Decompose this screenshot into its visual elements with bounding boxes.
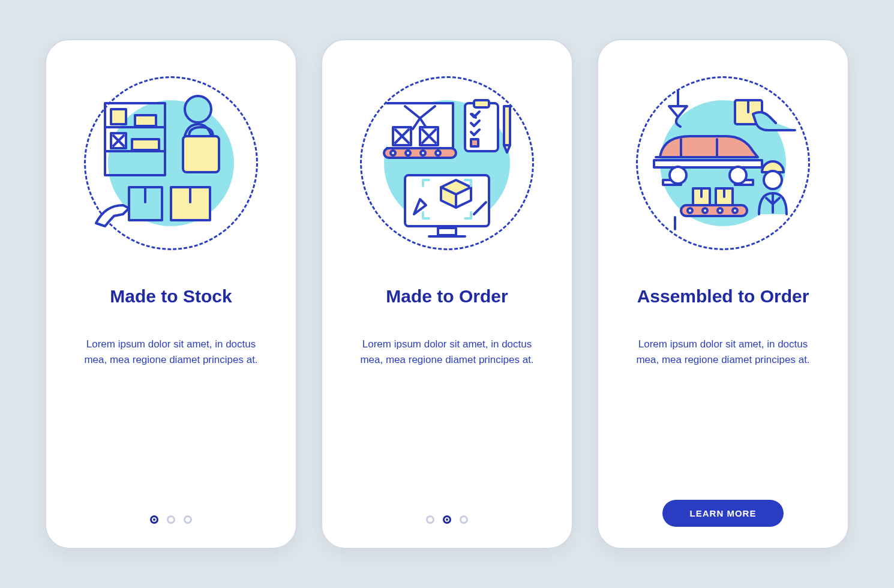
factory-computer-icon — [360, 76, 534, 250]
svg-rect-30 — [471, 139, 478, 146]
card-description: Lorem ipsum dolor sit amet, in doctus me… — [351, 337, 543, 368]
svg-point-22 — [391, 151, 395, 155]
svg-rect-3 — [111, 109, 126, 124]
onboarding-card-2: Made to Order Lorem ipsum dolor sit amet… — [321, 39, 573, 549]
card-title: Made to Order — [386, 286, 508, 307]
stock-shelf-icon — [84, 76, 258, 250]
svg-point-47 — [764, 171, 782, 189]
svg-rect-10 — [183, 136, 219, 172]
learn-more-button[interactable]: LEARN MORE — [662, 500, 784, 527]
svg-rect-8 — [132, 139, 159, 150]
svg-point-53 — [733, 208, 737, 213]
car-assembly-icon — [636, 76, 810, 250]
card-title: Made to Stock — [110, 286, 232, 307]
svg-point-51 — [703, 208, 707, 213]
page-dot-2[interactable] — [167, 515, 175, 524]
svg-point-9 — [185, 96, 211, 122]
onboarding-card-1: Made to Stock Lorem ipsum dolor sit amet… — [45, 39, 297, 549]
onboarding-card-3: Assembled to Order Lorem ipsum dolor sit… — [597, 39, 849, 549]
svg-rect-34 — [438, 228, 456, 235]
svg-point-25 — [436, 151, 440, 155]
page-dots — [150, 515, 192, 524]
page-dots — [426, 515, 468, 524]
svg-point-46 — [730, 167, 746, 184]
card-title: Assembled to Order — [637, 286, 809, 307]
card-description: Lorem ipsum dolor sit amet, in doctus me… — [75, 337, 267, 368]
svg-marker-32 — [504, 145, 510, 152]
svg-rect-40 — [654, 160, 762, 167]
svg-point-24 — [421, 151, 425, 155]
svg-point-52 — [718, 208, 722, 213]
page-dot-2[interactable] — [443, 515, 451, 524]
card-description: Lorem ipsum dolor sit amet, in doctus me… — [627, 337, 819, 368]
page-dot-3[interactable] — [184, 515, 192, 524]
svg-point-23 — [406, 151, 410, 155]
svg-rect-31 — [504, 106, 510, 145]
svg-rect-4 — [135, 115, 156, 126]
page-dot-1[interactable] — [426, 515, 434, 524]
page-dot-1[interactable] — [150, 515, 158, 524]
svg-point-50 — [688, 208, 692, 213]
svg-rect-27 — [474, 100, 489, 107]
svg-point-45 — [670, 167, 686, 184]
page-dot-3[interactable] — [460, 515, 468, 524]
